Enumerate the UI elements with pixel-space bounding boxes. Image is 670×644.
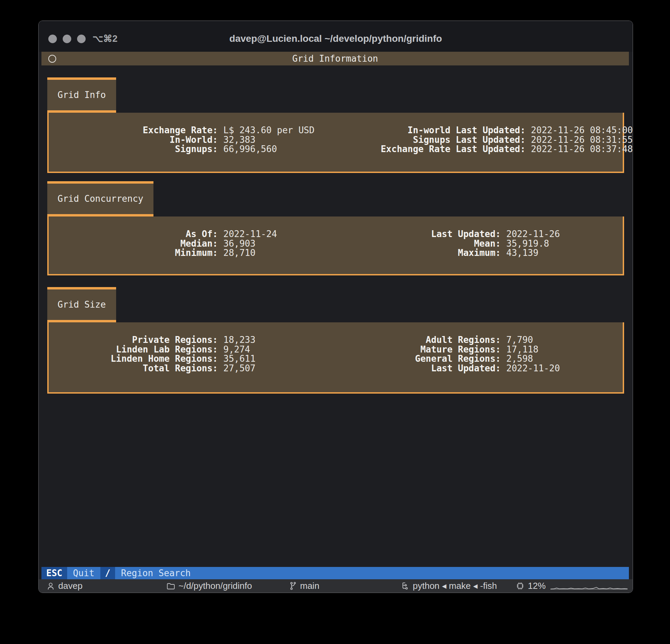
status-directory: ~/d/python/gridinfo [166, 579, 252, 593]
user-icon [46, 581, 55, 591]
terminal-screen: Grid Information Grid Info Exchange Rate… [39, 52, 633, 579]
field-label: In-world Last Updated: [314, 126, 525, 135]
field-row: Last Updated: 2022-11-20 [290, 364, 623, 373]
field-value: 35,611 [223, 354, 256, 364]
empty-area [41, 394, 629, 567]
status-directory-path: ~/d/python/gridinfo [178, 581, 252, 591]
panel-column-left: Exchange Rate: L$ 243.60 per USD In-Worl… [49, 126, 314, 172]
field-label: Mean: [290, 239, 501, 249]
tab-grid-size: Grid Size [47, 287, 116, 322]
field-label: In-World: [49, 135, 218, 145]
status-cpu-sparkline [550, 579, 628, 593]
field-row: Maximum: 43,139 [290, 248, 623, 258]
tab-grid-info: Grid Info [47, 77, 116, 113]
status-processes: python ◂ make ◂ -fish [401, 579, 497, 593]
tab-grid-concurrency: Grid Concurrency [47, 181, 153, 216]
field-row: Mean: 35,919.8 [290, 239, 623, 249]
field-value: 36,903 [223, 239, 256, 249]
status-git-branch: main [289, 579, 319, 593]
app-title: Grid Information [41, 53, 629, 64]
field-label: Signups Last Updated: [314, 135, 525, 145]
status-git-branch-name: main [300, 581, 319, 591]
field-value: L$ 243.60 per USD [223, 126, 314, 135]
field-value: 7,790 [506, 335, 533, 345]
field-value: 9,274 [223, 345, 250, 355]
field-label: Last Updated: [290, 230, 501, 239]
field-row: In-World: 32,383 [49, 135, 314, 145]
panel-column-right: In-world Last Updated: 2022-11-26 08:45:… [314, 126, 633, 172]
field-value: 2022-11-26 08:45:00 [531, 126, 633, 135]
field-value: 43,139 [506, 248, 538, 258]
traffic-lights [48, 26, 86, 52]
field-row: Total Regions: 27,507 [49, 364, 290, 373]
field-row: Mature Regions: 17,118 [290, 345, 623, 355]
panel-grid-size: Private Regions: 18,233 Linden Lab Regio… [47, 322, 624, 394]
field-row: Median: 36,903 [49, 239, 290, 249]
process-tree-icon [401, 581, 410, 591]
status-user-name: davep [58, 581, 83, 591]
field-label: Total Regions: [49, 364, 218, 373]
field-label: Linden Lab Regions: [49, 345, 218, 355]
field-row: Minimum: 28,710 [49, 248, 290, 258]
window-title: davep@Lucien.local ~/develop/python/grid… [229, 33, 442, 44]
field-value: 2022-11-24 [223, 230, 277, 239]
field-row: Exchange Rate: L$ 243.60 per USD [49, 126, 314, 135]
sparkline-graph [550, 582, 628, 591]
status-process-chain: python ◂ make ◂ -fish [413, 581, 497, 591]
titlebar: ⌥⌘2 davep@Lucien.local ~/develop/python/… [39, 21, 633, 52]
field-value: 18,233 [223, 335, 256, 345]
panel-grid-info: Exchange Rate: L$ 243.60 per USD In-Worl… [47, 113, 624, 173]
app-header: Grid Information [41, 52, 629, 65]
section-grid-info: Grid Info Exchange Rate: L$ 243.60 per U… [47, 77, 624, 173]
binding-region-search[interactable]: / Region Search [100, 567, 197, 579]
circle-icon [48, 55, 56, 63]
field-row: Signups Last Updated: 2022-11-26 08:31:5… [314, 135, 633, 145]
panel-column-left: Private Regions: 18,233 Linden Lab Regio… [49, 335, 290, 392]
field-row: Linden Home Regions: 35,611 [49, 354, 290, 364]
section-grid-size: Grid Size Private Regions: 18,233 Linden… [47, 287, 624, 394]
minimize-button[interactable] [63, 35, 71, 43]
folder-icon [166, 581, 175, 591]
field-label: As Of: [49, 230, 218, 239]
field-label: Exchange Rate Last Updated: [314, 145, 525, 154]
zoom-button[interactable] [77, 35, 86, 43]
field-value: 17,118 [506, 345, 538, 355]
field-label: Linden Home Regions: [49, 354, 218, 364]
key-esc[interactable]: ESC [41, 567, 67, 579]
field-value: 2022-11-20 [506, 364, 560, 373]
panel-column-left: As Of: 2022-11-24 Median: 36,903 Minimum… [49, 230, 290, 274]
field-label: General Regions: [290, 354, 501, 364]
panel-column-right: Last Updated: 2022-11-26 Mean: 35,919.8 … [290, 230, 623, 274]
status-user: davep [46, 579, 83, 593]
panel-grid-concurrency: As Of: 2022-11-24 Median: 36,903 Minimum… [47, 216, 624, 275]
cpu-chip-icon [516, 581, 525, 591]
close-button[interactable] [48, 35, 57, 43]
field-label: Median: [49, 239, 218, 249]
field-row: Adult Regions: 7,790 [290, 335, 623, 345]
field-row: Last Updated: 2022-11-26 [290, 230, 623, 239]
field-row: Signups: 66,996,560 [49, 145, 314, 154]
section-grid-concurrency: Grid Concurrency As Of: 2022-11-24 Media… [47, 181, 624, 275]
git-branch-icon [289, 581, 297, 591]
binding-quit[interactable]: ESC Quit [41, 567, 100, 579]
field-value: 2022-11-26 08:31:55 [531, 135, 633, 145]
field-value: 66,996,560 [223, 145, 277, 154]
field-label: Adult Regions: [290, 335, 501, 345]
field-label: Private Regions: [49, 335, 218, 345]
field-label: Last Updated: [290, 364, 501, 373]
field-value: 35,919.8 [506, 239, 549, 249]
action-region-search[interactable]: Region Search [115, 567, 197, 579]
field-value: 2022-11-26 [506, 230, 560, 239]
action-quit[interactable]: Quit [67, 567, 100, 579]
terminal-status-bar: davep ~/d/python/gridinfo main [39, 579, 633, 593]
status-cpu: 12% [516, 579, 546, 593]
field-row: Private Regions: 18,233 [49, 335, 290, 345]
field-row: General Regions: 2,598 [290, 354, 623, 364]
terminal-window: ⌥⌘2 davep@Lucien.local ~/develop/python/… [38, 21, 633, 593]
field-value: 27,507 [223, 364, 256, 373]
tab-shortcut-label: ⌥⌘2 [92, 26, 117, 52]
field-value: 2,598 [506, 354, 533, 364]
footer-keybindings: ESC Quit / Region Search [41, 567, 629, 579]
field-label: Mature Regions: [290, 345, 501, 355]
key-slash[interactable]: / [100, 567, 115, 579]
